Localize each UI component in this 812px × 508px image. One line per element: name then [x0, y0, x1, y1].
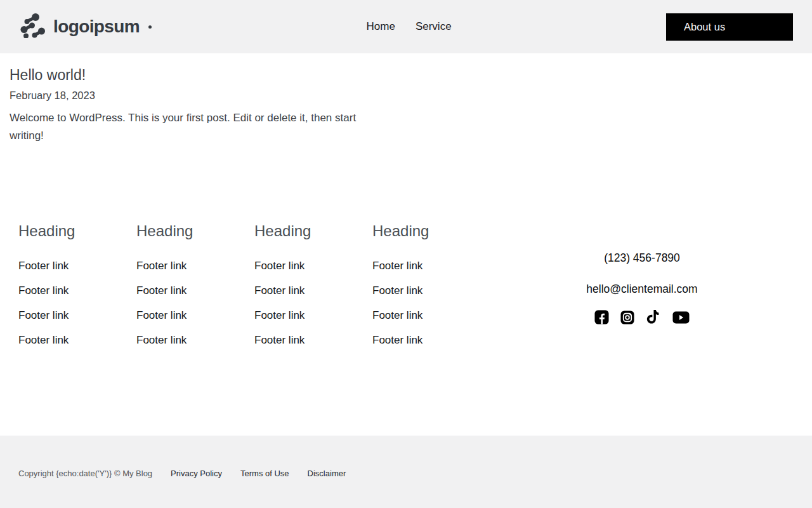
tiktok-icon[interactable]	[646, 309, 661, 326]
footer-link-list: Footer link Footer link Footer link Foot…	[372, 260, 490, 347]
nav-item-home[interactable]: Home	[367, 20, 395, 33]
site-header: logoipsum Home Service About us	[0, 0, 812, 53]
footer-link[interactable]: Footer link	[136, 309, 187, 321]
footer-widgets: Heading Footer link Footer link Footer l…	[0, 221, 812, 436]
footer-link[interactable]: Footer link	[18, 334, 69, 346]
footer-column-3: Heading Footer link Footer link Footer l…	[254, 221, 372, 359]
logo-wordmark: logoipsum	[53, 17, 140, 37]
footer-link[interactable]: Footer link	[254, 284, 304, 297]
footer-column-4: Heading Footer link Footer link Footer l…	[372, 221, 490, 359]
footer-link[interactable]: Footer link	[372, 309, 422, 321]
post-section: Hello world! February 18, 2023 Welcome t…	[0, 53, 812, 145]
footer-link[interactable]: Footer link	[372, 260, 422, 272]
footer-link[interactable]: Footer link	[136, 334, 187, 346]
footer-link[interactable]: Footer link	[18, 309, 69, 321]
footer-contact-column: (123) 456-7890 hello@clientemail.com	[490, 221, 794, 326]
facebook-icon[interactable]	[594, 310, 609, 324]
post-date: February 18, 2023	[10, 90, 802, 102]
footer-link[interactable]: Footer link	[372, 334, 422, 346]
footer-link[interactable]: Footer link	[372, 284, 422, 297]
footer-link-list: Footer link Footer link Footer link Foot…	[18, 260, 136, 347]
footer-heading: Heading	[18, 221, 136, 241]
footer-link[interactable]: Footer link	[254, 260, 304, 272]
logoipsum-icon	[19, 13, 46, 41]
footer-link[interactable]: Footer link	[136, 260, 187, 272]
footer-link[interactable]: Footer link	[18, 260, 69, 272]
social-icons-row	[490, 309, 794, 326]
footer-link-list: Footer link Footer link Footer link Foot…	[254, 260, 372, 347]
main-nav: Home Service	[152, 20, 666, 33]
bottom-bar-row: Copyright {echo:date('Y')} © My Blog Pri…	[18, 469, 794, 478]
footer-link-list: Footer link Footer link Footer link Foot…	[136, 260, 254, 347]
footer-heading: Heading	[136, 221, 254, 241]
copyright-text: Copyright {echo:date('Y')} © My Blog	[18, 469, 152, 478]
contact-phone-link[interactable]: (123) 456-7890	[604, 251, 680, 265]
footer-link[interactable]: Footer link	[18, 284, 69, 297]
post-title: Hello world!	[10, 66, 802, 85]
footer-column-1: Heading Footer link Footer link Footer l…	[18, 221, 136, 359]
footer-column-2: Heading Footer link Footer link Footer l…	[136, 221, 254, 359]
footer-link[interactable]: Footer link	[254, 309, 304, 321]
privacy-policy-link[interactable]: Privacy Policy	[171, 469, 222, 478]
terms-of-use-link[interactable]: Terms of Use	[240, 469, 289, 478]
footer-link[interactable]: Footer link	[136, 284, 187, 297]
nav-item-service[interactable]: Service	[416, 20, 452, 33]
footer-heading: Heading	[254, 221, 372, 241]
post-body: Welcome to WordPress. This is your first…	[10, 109, 381, 145]
bottom-bar: Copyright {echo:date('Y')} © My Blog Pri…	[0, 436, 812, 508]
site-logo[interactable]: logoipsum	[19, 13, 152, 41]
footer-heading: Heading	[372, 221, 490, 241]
footer-link[interactable]: Footer link	[254, 334, 304, 346]
instagram-icon[interactable]	[620, 311, 634, 324]
contact-email-link[interactable]: hello@clientemail.com	[490, 283, 794, 296]
about-us-button[interactable]: About us	[666, 13, 793, 41]
disclaimer-link[interactable]: Disclaimer	[308, 469, 346, 478]
youtube-icon[interactable]	[672, 311, 690, 324]
